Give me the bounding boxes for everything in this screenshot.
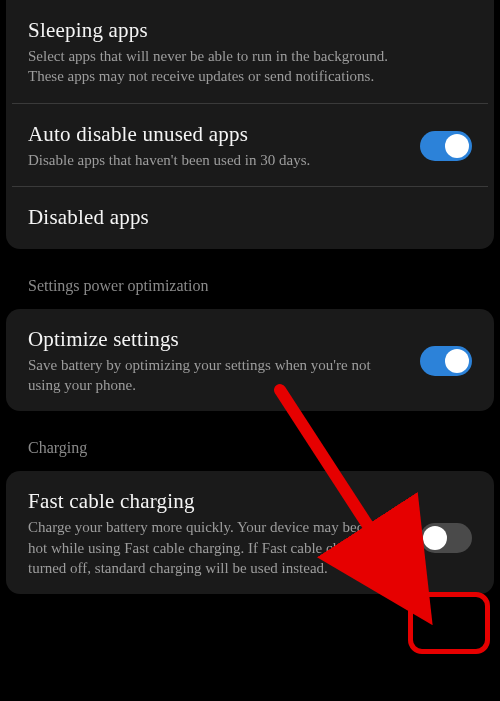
apps-power-card: Sleeping apps Select apps that will neve… <box>6 0 494 249</box>
auto-disable-row[interactable]: Auto disable unused apps Disable apps th… <box>6 104 494 186</box>
settings-screen: Sleeping apps Select apps that will neve… <box>0 0 500 701</box>
optimize-card: Optimize settings Save battery by optimi… <box>6 309 494 412</box>
auto-disable-toggle[interactable] <box>420 131 472 161</box>
auto-disable-desc: Disable apps that haven't been used in 3… <box>28 150 404 170</box>
fast-charging-title: Fast cable charging <box>28 489 404 514</box>
fast-charging-toggle[interactable] <box>420 523 472 553</box>
sleeping-apps-row[interactable]: Sleeping apps Select apps that will neve… <box>6 0 494 103</box>
optimize-settings-row[interactable]: Optimize settings Save battery by optimi… <box>6 309 494 412</box>
highlight-box <box>408 592 490 654</box>
optimize-desc: Save battery by optimizing your settings… <box>28 355 404 396</box>
section-label-power: Settings power optimization <box>0 257 500 301</box>
disabled-apps-title: Disabled apps <box>28 205 472 230</box>
sleeping-apps-title: Sleeping apps <box>28 18 472 43</box>
toggle-knob <box>445 134 469 158</box>
fast-charging-row[interactable]: Fast cable charging Charge your battery … <box>6 471 494 594</box>
optimize-title: Optimize settings <box>28 327 404 352</box>
sleeping-apps-desc: Select apps that will never be able to r… <box>28 46 408 87</box>
charging-card: Fast cable charging Charge your battery … <box>6 471 494 594</box>
disabled-apps-row[interactable]: Disabled apps <box>6 187 494 249</box>
fast-charging-desc: Charge your battery more quickly. Your d… <box>28 517 404 578</box>
optimize-toggle[interactable] <box>420 346 472 376</box>
toggle-knob <box>423 526 447 550</box>
toggle-knob <box>445 349 469 373</box>
auto-disable-title: Auto disable unused apps <box>28 122 404 147</box>
section-label-charging: Charging <box>0 419 500 463</box>
